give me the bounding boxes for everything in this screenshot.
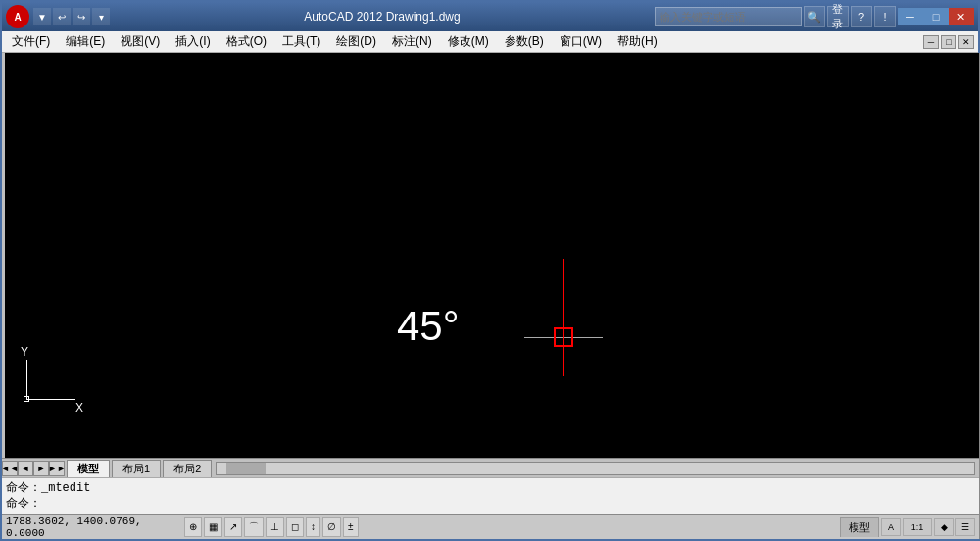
window-controls: ─ □ ✕ bbox=[898, 8, 974, 25]
osnap-btn[interactable]: ⊥ bbox=[266, 517, 284, 537]
menu-view[interactable]: 视图(V) bbox=[113, 31, 168, 52]
drawing-text-45deg: 45° bbox=[397, 303, 460, 350]
workspace-icon[interactable]: ☰ bbox=[956, 518, 975, 536]
annotation-scale-icon[interactable]: A bbox=[881, 518, 901, 536]
coordinates-display: 1788.3602, 1400.0769, 0.0000 bbox=[6, 516, 182, 539]
drawing-canvas[interactable]: 45° Y X bbox=[5, 53, 979, 458]
y-axis-line bbox=[26, 360, 27, 399]
quick-access-dropdown[interactable]: ▾ bbox=[92, 8, 110, 25]
model-btn[interactable]: 模型 bbox=[840, 517, 879, 537]
menu-param[interactable]: 参数(B) bbox=[497, 31, 552, 52]
title-right: 🔍 登录 ? ! ─ □ ✕ bbox=[655, 6, 974, 27]
tab-layout2[interactable]: 布局2 bbox=[163, 460, 212, 477]
quick-access-btn-1[interactable]: ▼ bbox=[33, 8, 51, 25]
menu-draw[interactable]: 绘图(D) bbox=[328, 31, 384, 52]
crosshair-box bbox=[554, 327, 573, 347]
menu-edit[interactable]: 编辑(E) bbox=[58, 31, 113, 52]
tab-nav-last[interactable]: ►► bbox=[49, 461, 65, 476]
tab-layout1[interactable]: 布局1 bbox=[112, 460, 161, 477]
lw-btn[interactable]: ± bbox=[343, 517, 359, 537]
x-axis-line bbox=[26, 399, 75, 400]
axis-origin-box bbox=[24, 396, 29, 402]
inner-controls: ─ □ ✕ bbox=[923, 35, 978, 49]
otrack-btn[interactable]: ◻ bbox=[286, 517, 304, 537]
content-row: 45° Y X ◄◄ ◄ bbox=[2, 53, 978, 539]
menu-dimension[interactable]: 标注(N) bbox=[384, 31, 440, 52]
tab-row: ◄◄ ◄ ► ►► 模型 布局1 布局2 bbox=[2, 458, 979, 477]
tab-model[interactable]: 模型 bbox=[67, 460, 110, 477]
menu-window[interactable]: 窗口(W) bbox=[552, 31, 610, 52]
autocad-logo: A bbox=[6, 5, 29, 28]
y-axis-label: Y bbox=[21, 345, 28, 359]
title-text: AutoCAD 2012 Drawing1.dwg bbox=[304, 10, 460, 24]
menu-help[interactable]: 帮助(H) bbox=[610, 31, 665, 52]
right-status: A 1:1 ◆ ☰ bbox=[881, 518, 975, 536]
scale-ratio-icon[interactable]: 1:1 bbox=[903, 518, 932, 536]
search-icon-btn[interactable]: 🔍 bbox=[804, 6, 825, 27]
menu-insert[interactable]: 插入(I) bbox=[168, 31, 218, 52]
annotation-visibility-icon[interactable]: ◆ bbox=[934, 518, 954, 536]
quick-access-toolbar: ▼ ↩ ↪ ▾ bbox=[33, 8, 110, 25]
status-bar: 1788.3602, 1400.0769, 0.0000 ⊕ ▦ ↗ ⌒ ⊥ ◻… bbox=[2, 514, 979, 539]
menu-modify[interactable]: 修改(M) bbox=[440, 31, 497, 52]
inner-close-btn[interactable]: ✕ bbox=[958, 35, 974, 49]
dyn-btn[interactable]: ∅ bbox=[322, 517, 341, 537]
inner-max-btn[interactable]: □ bbox=[941, 35, 956, 49]
crosshair-vertical bbox=[564, 259, 564, 376]
help-icon-btn[interactable]: ? bbox=[851, 6, 872, 27]
title-bar: A ▼ ↩ ↪ ▾ AutoCAD 2012 Drawing1.dwg 🔍 登录… bbox=[2, 2, 978, 31]
inner-min-btn[interactable]: ─ bbox=[923, 35, 939, 49]
cmd-line-1: 命令：_mtedit bbox=[6, 480, 975, 496]
command-line-area[interactable]: 命令：_mtedit 命令： bbox=[2, 477, 979, 514]
close-button[interactable]: ✕ bbox=[949, 8, 974, 25]
tab-nav-first[interactable]: ◄◄ bbox=[2, 461, 18, 476]
info-icon-btn[interactable]: ! bbox=[874, 6, 896, 27]
menu-format[interactable]: 格式(O) bbox=[219, 31, 274, 52]
menu-bar: 文件(F) 编辑(E) 视图(V) 插入(I) 格式(O) 工具(T) 绘图(D… bbox=[2, 31, 978, 53]
login-btn[interactable]: 登录 bbox=[827, 6, 849, 27]
menu-file[interactable]: 文件(F) bbox=[4, 31, 58, 52]
quick-access-btn-3[interactable]: ↪ bbox=[73, 8, 90, 25]
horizontal-scrollbar[interactable] bbox=[216, 462, 975, 475]
maximize-button[interactable]: □ bbox=[923, 8, 949, 25]
tab-nav-next[interactable]: ► bbox=[33, 461, 49, 476]
ortho-btn[interactable]: ↗ bbox=[224, 517, 242, 537]
scrollbar-thumb[interactable] bbox=[226, 463, 266, 474]
main-column: 45° Y X ◄◄ ◄ bbox=[2, 53, 979, 539]
menu-tools[interactable]: 工具(T) bbox=[274, 31, 328, 52]
app-window: A ▼ ↩ ↪ ▾ AutoCAD 2012 Drawing1.dwg 🔍 登录… bbox=[0, 0, 980, 541]
quick-access-btn-2[interactable]: ↩ bbox=[53, 8, 71, 25]
model-tab-area: 模型 bbox=[840, 517, 879, 537]
snap-btn[interactable]: ⊕ bbox=[184, 517, 202, 537]
grid-btn[interactable]: ▦ bbox=[204, 517, 222, 537]
ducs-btn[interactable]: ↕ bbox=[306, 517, 320, 537]
title-left: A ▼ ↩ ↪ ▾ bbox=[6, 5, 110, 28]
tab-nav-prev[interactable]: ◄ bbox=[18, 461, 33, 476]
cmd-line-2: 命令： bbox=[6, 496, 975, 512]
polar-btn[interactable]: ⌒ bbox=[244, 517, 264, 537]
search-input[interactable] bbox=[655, 7, 802, 26]
minimize-button[interactable]: ─ bbox=[898, 8, 923, 25]
